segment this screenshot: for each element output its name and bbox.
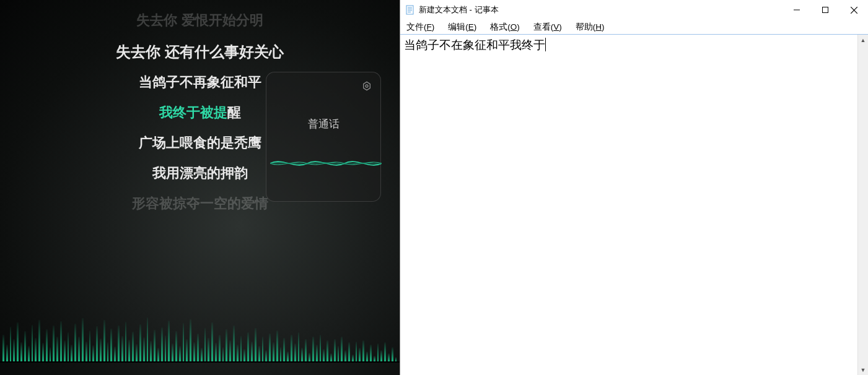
voice-language-label: 普通话 xyxy=(308,117,340,131)
menubar: 文件(F) 编辑(E) 格式(O) 查看(V) 帮助(H) xyxy=(400,20,868,35)
settings-icon[interactable] xyxy=(362,81,372,91)
text-editor-area[interactable]: 当鸽子不在象征和平我终于 xyxy=(400,35,857,375)
notepad-window: 新建文本文档 - 记事本 文件(F) 编辑(E) 格式(O) 查看(V) 帮助(… xyxy=(400,0,868,375)
minimize-button[interactable] xyxy=(783,0,811,20)
titlebar[interactable]: 新建文本文档 - 记事本 xyxy=(400,0,868,20)
lyric-line-1: 失去你 还有什么事好关心 xyxy=(0,41,400,62)
lyric-current-remaining: 醒 xyxy=(227,105,241,120)
menu-edit[interactable]: 编辑(E) xyxy=(445,20,479,34)
scroll-up-arrow-icon[interactable]: ▲ xyxy=(858,35,868,45)
svg-rect-3 xyxy=(406,6,413,14)
menu-file[interactable]: 文件(F) xyxy=(404,20,437,34)
menu-view[interactable]: 查看(V) xyxy=(531,20,564,34)
notepad-app-icon xyxy=(405,5,415,15)
editor-content: 当鸽子不在象征和平我终于 xyxy=(404,38,545,51)
voice-recognition-card[interactable]: 普通话 xyxy=(266,72,381,202)
svg-marker-0 xyxy=(364,82,370,90)
vertical-scrollbar[interactable]: ▲ ▼ xyxy=(857,35,868,375)
scroll-down-arrow-icon[interactable]: ▼ xyxy=(858,364,868,375)
menu-help[interactable]: 帮助(H) xyxy=(573,20,607,34)
close-button[interactable] xyxy=(840,0,868,20)
voice-waveform-icon xyxy=(270,155,382,171)
svg-point-1 xyxy=(366,85,368,87)
lyric-line-prev: 失去你 爱恨开始分明 xyxy=(0,11,400,30)
text-cursor xyxy=(545,38,546,51)
audio-spectrum xyxy=(0,306,400,361)
window-title: 新建文本文档 - 记事本 xyxy=(419,4,783,15)
maximize-button[interactable] xyxy=(811,0,840,20)
svg-rect-9 xyxy=(823,7,828,13)
spectrum-baseline xyxy=(0,361,400,363)
lyric-current-played: 我终于被提 xyxy=(159,105,227,120)
lyrics-player-panel: 失去你 爱恨开始分明 失去你 还有什么事好关心 当鸽子不再象征和平 我终于被提醒… xyxy=(0,0,400,375)
menu-format[interactable]: 格式(O) xyxy=(488,20,522,34)
